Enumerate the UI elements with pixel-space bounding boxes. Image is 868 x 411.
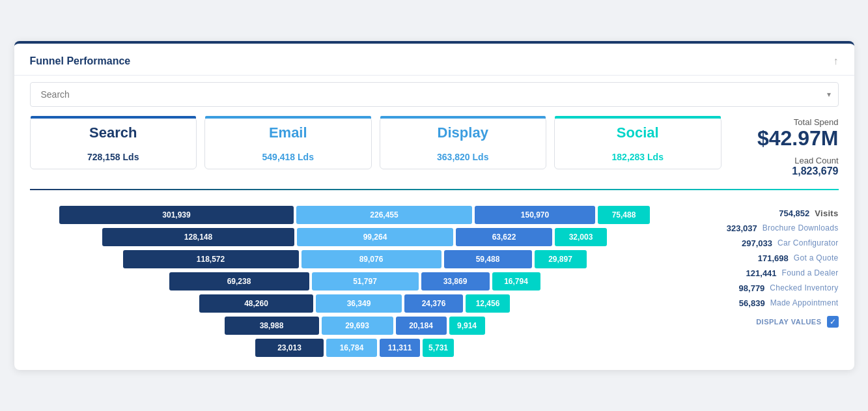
search-section: ▾	[14, 76, 854, 107]
legend-label-5: Checked Inventory	[770, 283, 838, 292]
lead-count-label: Lead Count	[737, 156, 839, 165]
bar-search-row-0[interactable]: 301,939	[59, 206, 294, 224]
legend-row-5: 98,779Checked Inventory	[695, 283, 839, 293]
channel-leads-display: 363,820 Lds	[391, 152, 536, 162]
channel-name-email: Email	[216, 124, 361, 141]
funnel-legend: 754,852Visits323,037Brochure Downloads29…	[695, 206, 839, 328]
back-icon[interactable]: ↑	[833, 55, 839, 67]
funnel-performance-card: Funnel Performance ↑ ▾ Search 728,158 Ld…	[14, 41, 854, 369]
legend-row-1: 323,037Brochure Downloads	[695, 223, 839, 233]
legend-row-3: 171,698Got a Quote	[695, 253, 839, 263]
search-input[interactable]	[30, 82, 839, 107]
legend-label-1: Brochure Downloads	[763, 223, 839, 233]
display-values-label: DISPLAY VALUES	[756, 318, 821, 326]
search-wrapper: ▾	[30, 82, 839, 107]
channel-card-email[interactable]: Email 549,418 Lds	[204, 117, 372, 169]
channel-card-display[interactable]: Display 363,820 Lds	[380, 117, 547, 169]
channel-cards: Search 728,158 Lds Email 549,418 Lds Dis…	[30, 117, 721, 169]
bar-social-row-5[interactable]: 9,914	[449, 317, 485, 335]
legend-value-0: 754,852	[774, 208, 809, 218]
funnel-section: 301,939226,455150,97075,488128,14899,264…	[14, 195, 854, 370]
legend-row-0: 754,852Visits	[695, 208, 839, 218]
bar-display-row-6[interactable]: 11,311	[380, 339, 420, 357]
bar-row-3: 69,23851,79733,86916,794	[169, 272, 540, 291]
bar-display-row-3[interactable]: 33,869	[421, 272, 490, 291]
legend-row-4: 121,441Found a Dealer	[695, 268, 839, 278]
lead-count-value: 1,823,679	[737, 165, 839, 177]
total-spend-label: Total Spend	[737, 117, 839, 127]
bar-email-row-2[interactable]: 89,076	[301, 250, 441, 268]
legend-row-2: 297,033Car Configurator	[695, 238, 839, 248]
bar-email-row-6[interactable]: 16,784	[326, 339, 377, 357]
card-header: Funnel Performance ↑	[14, 44, 854, 76]
legend-label-4: Found a Dealer	[782, 268, 839, 277]
bar-search-row-6[interactable]: 23,013	[255, 339, 324, 357]
legend-value-5: 98,779	[729, 283, 764, 293]
display-values-row: DISPLAY VALUES✓	[695, 316, 839, 328]
legend-value-1: 323,037	[721, 223, 757, 233]
bar-row-4: 48,26036,34924,37612,456	[199, 294, 510, 313]
display-values-checkbox[interactable]: ✓	[827, 316, 839, 328]
bar-social-row-0[interactable]: 75,488	[598, 206, 650, 224]
legend-row-6: 56,839Made Appointment	[695, 298, 839, 308]
total-spend-value: $42.97M	[737, 127, 839, 150]
bar-social-row-3[interactable]: 16,794	[492, 272, 540, 291]
bar-social-row-1[interactable]: 32,003	[555, 228, 607, 246]
bar-row-5: 38,98829,69320,1849,914	[225, 317, 485, 335]
section-divider	[30, 189, 839, 190]
channel-name-search: Search	[41, 124, 186, 141]
bar-row-1: 128,14899,26463,62232,003	[102, 228, 607, 246]
bar-display-row-5[interactable]: 20,184	[396, 317, 447, 335]
bar-row-2: 118,57289,07659,48829,897	[123, 250, 587, 268]
channel-card-social[interactable]: Social 182,283 Lds	[554, 117, 721, 169]
bar-search-row-3[interactable]: 69,238	[169, 272, 309, 291]
funnel-bars: 301,939226,455150,97075,488128,14899,264…	[30, 206, 680, 357]
legend-label-0: Visits	[815, 208, 838, 218]
bar-email-row-4[interactable]: 36,349	[316, 294, 402, 313]
bar-search-row-1[interactable]: 128,148	[102, 228, 294, 246]
bar-row-0: 301,939226,455150,97075,488	[59, 206, 650, 224]
legend-label-6: Made Appointment	[770, 298, 839, 307]
legend-value-6: 56,839	[729, 298, 765, 308]
bar-search-row-5[interactable]: 38,988	[225, 317, 319, 335]
bar-email-row-0[interactable]: 226,455	[296, 206, 472, 224]
channel-name-social: Social	[565, 124, 710, 141]
legend-value-2: 297,033	[736, 238, 772, 248]
bar-search-row-4[interactable]: 48,260	[199, 294, 313, 313]
bar-social-row-6[interactable]: 5,731	[423, 339, 454, 357]
channel-section: Search 728,158 Lds Email 549,418 Lds Dis…	[14, 107, 854, 183]
channel-leads-social: 182,283 Lds	[565, 152, 710, 162]
bar-email-row-3[interactable]: 51,797	[312, 272, 419, 291]
bar-email-row-1[interactable]: 99,264	[297, 228, 453, 246]
bar-display-row-1[interactable]: 63,622	[456, 228, 552, 246]
bar-display-row-0[interactable]: 150,970	[475, 206, 595, 224]
bar-row-6: 23,01316,78411,3115,731	[255, 339, 454, 357]
channel-name-display: Display	[391, 124, 536, 141]
bar-email-row-5[interactable]: 29,693	[322, 317, 393, 335]
legend-label-2: Car Configurator	[777, 238, 839, 248]
bar-search-row-2[interactable]: 118,572	[123, 250, 299, 268]
card-title: Funnel Performance	[30, 55, 131, 67]
bar-display-row-4[interactable]: 24,376	[404, 294, 463, 313]
total-section: Total Spend $42.97M Lead Count 1,823,679	[721, 117, 839, 177]
bar-social-row-4[interactable]: 12,456	[466, 294, 510, 313]
channel-leads-search: 728,158 Lds	[41, 152, 186, 162]
legend-label-3: Got a Quote	[794, 253, 839, 262]
channel-leads-email: 549,418 Lds	[216, 152, 361, 162]
bar-display-row-2[interactable]: 59,488	[444, 250, 532, 268]
bar-social-row-2[interactable]: 29,897	[535, 250, 587, 268]
channel-card-search[interactable]: Search 728,158 Lds	[30, 117, 197, 169]
legend-value-3: 171,698	[753, 253, 789, 263]
legend-value-4: 121,441	[741, 268, 777, 278]
